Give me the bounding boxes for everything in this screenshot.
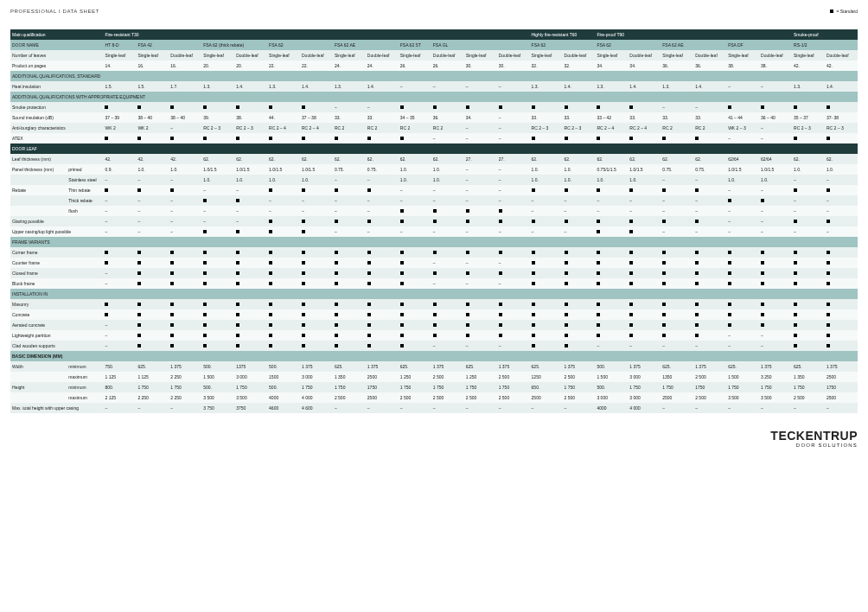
cell: 42. <box>136 154 169 164</box>
cell: 1.0. <box>792 164 825 175</box>
cell: 33 – 42 <box>595 112 628 123</box>
cell <box>201 268 234 278</box>
cell: 1 375 <box>366 361 399 372</box>
cell: – <box>497 278 530 289</box>
cell: – <box>661 195 693 206</box>
cell <box>267 133 300 143</box>
cell <box>825 216 858 226</box>
cell: – <box>464 278 497 289</box>
cell <box>792 102 825 112</box>
cell: 2 250 <box>169 392 201 403</box>
cell: Counter frame <box>10 258 103 268</box>
table-row: Heightminimum800.1 7501 750500.1 750500.… <box>10 382 858 392</box>
cell: – <box>726 185 759 195</box>
cell <box>136 320 169 330</box>
cell: – <box>103 403 136 413</box>
table-row: Smoke protection–––– <box>10 102 858 112</box>
cell <box>595 268 628 278</box>
cell <box>726 299 759 309</box>
cell: – <box>169 195 201 206</box>
cell: – <box>103 278 136 289</box>
cell: Single-leaf <box>530 50 563 61</box>
cell <box>431 330 464 341</box>
cell: RC 2 – 4 <box>628 123 661 133</box>
cell: 1750 <box>693 382 726 392</box>
cell: 4 000 <box>300 392 333 403</box>
cell: WK 2 <box>103 123 136 133</box>
cell <box>661 247 693 258</box>
cell <box>628 226 661 237</box>
cell <box>333 185 366 195</box>
cell: 3 000 <box>300 372 333 382</box>
cell <box>825 309 858 320</box>
cell: – <box>825 195 858 206</box>
cell: 37 – 39 <box>103 112 136 123</box>
cell: – <box>825 206 858 216</box>
table-row: Counter frame––– <box>10 258 858 268</box>
cell <box>825 320 858 330</box>
cell <box>399 309 431 320</box>
cell: 4000 <box>267 392 300 403</box>
cell: – <box>497 81 530 92</box>
cell: – <box>759 216 792 226</box>
cell: – <box>399 195 431 206</box>
cell: – <box>661 206 693 216</box>
cell: 625. <box>726 361 759 372</box>
table-row: Block frame–––– <box>10 278 858 289</box>
cell: 1.0. <box>563 164 596 175</box>
cell: – <box>366 102 399 112</box>
cell <box>300 299 333 309</box>
cell: 1.4. <box>628 81 661 92</box>
cell <box>169 185 201 195</box>
cell: 1.3. <box>595 81 628 92</box>
table-row: DOOR LEAF <box>10 143 858 154</box>
cell <box>628 278 661 289</box>
table-row: flush––––––––––––––––––– <box>10 206 858 216</box>
cell: 35 – 37 <box>792 112 825 123</box>
cell: – <box>333 226 366 237</box>
table-row: ADDITIONAL QUALIFICATIONS, STANDARD <box>10 71 858 81</box>
cell: maximum <box>67 372 103 382</box>
cell: 3 500 <box>726 392 759 403</box>
cell: – <box>201 206 234 216</box>
cell: 750. <box>103 361 136 372</box>
cell: 650. <box>530 382 563 392</box>
cell <box>234 226 267 237</box>
cell: – <box>234 185 267 195</box>
cell <box>825 102 858 112</box>
cell <box>267 299 300 309</box>
cell: Fire-proof T90 <box>595 29 792 40</box>
cell <box>399 258 431 268</box>
cell <box>300 226 333 237</box>
cell <box>267 216 300 226</box>
cell <box>366 268 399 278</box>
table-row: Masonry <box>10 299 858 309</box>
cell <box>792 185 825 195</box>
cell: FSA DF <box>726 40 792 50</box>
cell <box>693 278 726 289</box>
cell: 1.0/1.5 <box>267 164 300 175</box>
cell <box>201 330 234 341</box>
cell <box>693 309 726 320</box>
cell: 20. <box>234 61 267 71</box>
cell <box>234 268 267 278</box>
cell <box>136 309 169 320</box>
cell: 1.0. <box>399 164 431 175</box>
cell: Single-leaf <box>201 50 234 61</box>
cell: 3 500 <box>201 392 234 403</box>
cell <box>333 278 366 289</box>
cell: RC 2 <box>693 123 726 133</box>
cell: RC 2 <box>366 123 399 133</box>
table-row: Glazing possible––––––– <box>10 216 858 226</box>
cell <box>201 309 234 320</box>
cell <box>201 320 234 330</box>
cell: – <box>693 175 726 185</box>
cell <box>497 216 530 226</box>
cell: – <box>661 341 693 351</box>
cell: – <box>661 403 693 413</box>
cell: 33. <box>661 112 693 123</box>
cell <box>792 330 825 341</box>
cell: 625. <box>333 361 366 372</box>
cell: 1.0. <box>136 164 169 175</box>
table-row: Main qualificationFire-resistant T30High… <box>10 29 858 40</box>
